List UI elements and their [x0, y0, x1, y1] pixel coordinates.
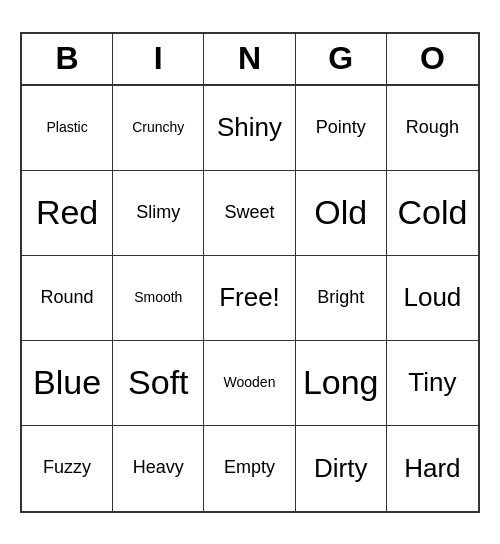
cell-text-3: Pointy — [316, 118, 366, 138]
cell-10: Round — [22, 256, 113, 341]
cell-8: Old — [296, 171, 387, 256]
cell-text-4: Rough — [406, 118, 459, 138]
cell-text-1: Crunchy — [132, 120, 184, 135]
header-i: I — [113, 34, 204, 84]
header-o: O — [387, 34, 478, 84]
cell-22: Empty — [204, 426, 295, 511]
cell-text-22: Empty — [224, 458, 275, 478]
cell-text-13: Bright — [317, 288, 364, 308]
cell-text-12: Free! — [219, 283, 280, 312]
header-n: N — [204, 34, 295, 84]
cell-3: Pointy — [296, 86, 387, 171]
cell-14: Loud — [387, 256, 478, 341]
cell-text-8: Old — [314, 194, 367, 231]
cell-text-6: Slimy — [136, 203, 180, 223]
cell-text-5: Red — [36, 194, 98, 231]
header-g: G — [296, 34, 387, 84]
cell-text-21: Heavy — [133, 458, 184, 478]
cell-0: Plastic — [22, 86, 113, 171]
cell-12: Free! — [204, 256, 295, 341]
cell-text-17: Wooden — [224, 375, 276, 390]
cell-text-15: Blue — [33, 364, 101, 401]
cell-9: Cold — [387, 171, 478, 256]
bingo-header: BINGO — [22, 34, 478, 86]
cell-text-16: Soft — [128, 364, 188, 401]
cell-text-20: Fuzzy — [43, 458, 91, 478]
cell-text-0: Plastic — [46, 120, 87, 135]
cell-text-19: Tiny — [408, 368, 456, 397]
cell-16: Soft — [113, 341, 204, 426]
cell-text-9: Cold — [397, 194, 467, 231]
cell-text-14: Loud — [403, 283, 461, 312]
cell-6: Slimy — [113, 171, 204, 256]
cell-text-2: Shiny — [217, 113, 282, 142]
cell-20: Fuzzy — [22, 426, 113, 511]
cell-19: Tiny — [387, 341, 478, 426]
cell-5: Red — [22, 171, 113, 256]
cell-7: Sweet — [204, 171, 295, 256]
header-b: B — [22, 34, 113, 84]
cell-24: Hard — [387, 426, 478, 511]
bingo-grid: PlasticCrunchyShinyPointyRoughRedSlimySw… — [22, 86, 478, 511]
cell-21: Heavy — [113, 426, 204, 511]
cell-15: Blue — [22, 341, 113, 426]
cell-18: Long — [296, 341, 387, 426]
cell-2: Shiny — [204, 86, 295, 171]
cell-text-18: Long — [303, 364, 379, 401]
cell-11: Smooth — [113, 256, 204, 341]
cell-text-7: Sweet — [224, 203, 274, 223]
cell-text-11: Smooth — [134, 290, 182, 305]
cell-13: Bright — [296, 256, 387, 341]
cell-23: Dirty — [296, 426, 387, 511]
cell-text-10: Round — [41, 288, 94, 308]
cell-1: Crunchy — [113, 86, 204, 171]
bingo-card: BINGO PlasticCrunchyShinyPointyRoughRedS… — [20, 32, 480, 513]
cell-4: Rough — [387, 86, 478, 171]
cell-text-23: Dirty — [314, 454, 367, 483]
cell-17: Wooden — [204, 341, 295, 426]
cell-text-24: Hard — [404, 454, 460, 483]
